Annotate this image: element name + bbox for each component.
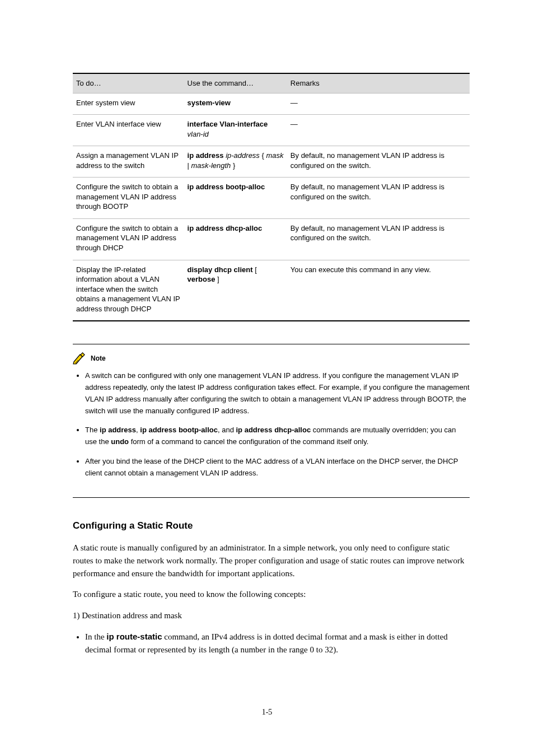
table-row: Enter system view system-view — bbox=[73, 93, 470, 115]
section-heading: Configuring a Static Route bbox=[73, 520, 470, 531]
note-label: Note bbox=[91, 354, 106, 362]
cell-remarks: — bbox=[287, 115, 470, 146]
note-item: A switch can be configured with only one… bbox=[85, 370, 470, 417]
body-paragraph: A static route is manually configured by… bbox=[73, 542, 470, 581]
cell-use: ip address bootp-alloc bbox=[184, 178, 287, 219]
cell-todo: Configure the switch to obtain a managem… bbox=[73, 218, 184, 260]
table-header-row: To do… Use the command… Remarks bbox=[73, 73, 470, 93]
cell-todo: Enter VLAN interface view bbox=[73, 115, 184, 146]
body-list-item: In the ip route-static command, an IPv4 … bbox=[85, 630, 470, 657]
cell-use: display dhcp client [ verbose ] bbox=[184, 260, 287, 321]
page-number: 1-5 bbox=[0, 708, 534, 717]
note-item: The ip address, ip address bootp-alloc, … bbox=[85, 424, 470, 448]
table-row: Assign a management VLAN IP address to t… bbox=[73, 146, 470, 178]
cell-todo: Configure the switch to obtain a managem… bbox=[73, 178, 184, 219]
cell-use: ip address ip-address { mask | mask-leng… bbox=[184, 146, 287, 178]
col-header-remarks: Remarks bbox=[287, 73, 470, 93]
cell-remarks: By default, no management VLAN IP addres… bbox=[287, 146, 470, 178]
cell-use: ip address dhcp-alloc bbox=[184, 218, 287, 260]
col-header-todo: To do… bbox=[73, 73, 184, 93]
cell-remarks: — bbox=[287, 93, 470, 115]
note-divider-top bbox=[73, 344, 470, 344]
cell-use: system-view bbox=[184, 93, 287, 115]
table-row: Configure the switch to obtain a managem… bbox=[73, 178, 470, 219]
cell-remarks: You can execute this command in any view… bbox=[287, 260, 470, 321]
page-root: To do… Use the command… Remarks Enter sy… bbox=[0, 0, 534, 756]
body-paragraph: 1) Destination address and mask bbox=[73, 609, 470, 622]
cell-use: interface Vlan-interface vlan-id bbox=[184, 115, 287, 146]
cell-remarks: By default, no management VLAN IP addres… bbox=[287, 218, 470, 260]
body-list: In the ip route-static command, an IPv4 … bbox=[73, 630, 470, 657]
col-header-use: Use the command… bbox=[184, 73, 287, 93]
table-row: Configure the switch to obtain a managem… bbox=[73, 218, 470, 260]
note-icon bbox=[73, 352, 87, 365]
body-paragraph: To configure a static route, you need to… bbox=[73, 588, 470, 601]
note-item: After you bind the lease of the DHCP cli… bbox=[85, 456, 470, 479]
table-row: Enter VLAN interface view interface Vlan… bbox=[73, 115, 470, 146]
command-table: To do… Use the command… Remarks Enter sy… bbox=[73, 73, 470, 321]
table-row: Display the IP-related information about… bbox=[73, 260, 470, 321]
cell-todo: Enter system view bbox=[73, 93, 184, 115]
note-header: Note bbox=[73, 352, 470, 365]
note-divider-bottom bbox=[73, 487, 470, 498]
cell-todo: Display the IP-related information about… bbox=[73, 260, 184, 321]
cell-remarks: By default, no management VLAN IP addres… bbox=[287, 178, 470, 219]
note-list: A switch can be configured with only one… bbox=[73, 370, 470, 479]
cell-todo: Assign a management VLAN IP address to t… bbox=[73, 146, 184, 178]
